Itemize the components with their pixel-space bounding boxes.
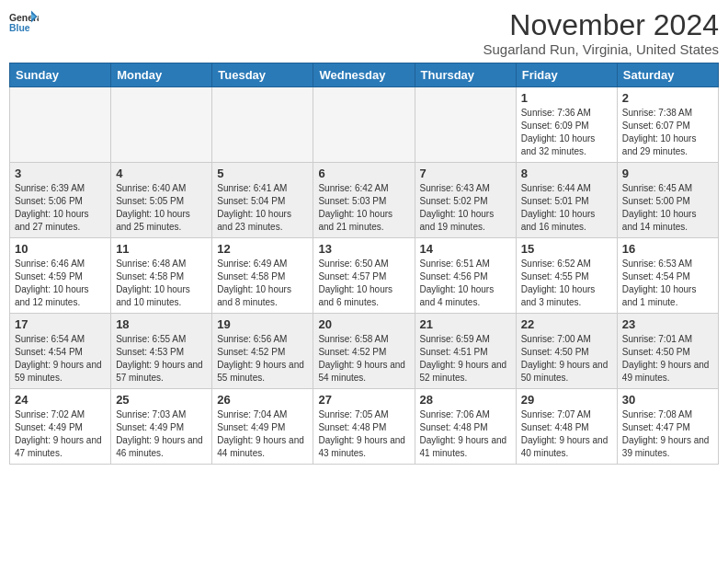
day-number: 26 xyxy=(217,393,308,407)
day-info: Sunrise: 6:48 AM Sunset: 4:58 PM Dayligh… xyxy=(116,258,207,309)
calendar-day-cell: 2Sunrise: 7:38 AM Sunset: 6:07 PM Daylig… xyxy=(617,87,718,163)
day-number: 17 xyxy=(15,317,106,331)
day-info: Sunrise: 6:40 AM Sunset: 5:05 PM Dayligh… xyxy=(116,182,207,234)
calendar-day-cell: 7Sunrise: 6:43 AM Sunset: 5:02 PM Daylig… xyxy=(415,163,516,238)
calendar-day-cell: 29Sunrise: 7:07 AM Sunset: 4:48 PM Dayli… xyxy=(516,389,617,465)
weekday-header-tuesday: Tuesday xyxy=(212,63,313,87)
day-info: Sunrise: 6:44 AM Sunset: 5:01 PM Dayligh… xyxy=(521,182,612,234)
calendar-day-cell: 4Sunrise: 6:40 AM Sunset: 5:05 PM Daylig… xyxy=(111,163,212,238)
day-number: 23 xyxy=(622,317,713,331)
weekday-header-row: SundayMondayTuesdayWednesdayThursdayFrid… xyxy=(10,63,719,87)
day-number: 29 xyxy=(521,393,612,407)
calendar-day-cell: 9Sunrise: 6:45 AM Sunset: 5:00 PM Daylig… xyxy=(617,163,718,238)
day-info: Sunrise: 6:39 AM Sunset: 5:06 PM Dayligh… xyxy=(15,182,106,234)
calendar-week-row: 17Sunrise: 6:54 AM Sunset: 4:54 PM Dayli… xyxy=(10,314,719,389)
day-info: Sunrise: 6:51 AM Sunset: 4:56 PM Dayligh… xyxy=(420,258,511,309)
day-number: 24 xyxy=(15,393,106,407)
day-info: Sunrise: 7:06 AM Sunset: 4:48 PM Dayligh… xyxy=(420,408,511,460)
day-info: Sunrise: 7:38 AM Sunset: 6:07 PM Dayligh… xyxy=(622,107,713,158)
weekday-header-monday: Monday xyxy=(111,63,212,87)
day-number: 7 xyxy=(420,167,511,180)
weekday-header-sunday: Sunday xyxy=(10,63,111,87)
calendar-day-cell: 28Sunrise: 7:06 AM Sunset: 4:48 PM Dayli… xyxy=(415,389,516,465)
day-number: 6 xyxy=(318,167,409,180)
calendar-day-cell: 5Sunrise: 6:41 AM Sunset: 5:04 PM Daylig… xyxy=(212,163,313,238)
weekday-header-saturday: Saturday xyxy=(617,63,718,87)
day-info: Sunrise: 7:08 AM Sunset: 4:47 PM Dayligh… xyxy=(622,408,713,460)
day-info: Sunrise: 7:05 AM Sunset: 4:48 PM Dayligh… xyxy=(318,408,409,460)
calendar-day-cell: 26Sunrise: 7:04 AM Sunset: 4:49 PM Dayli… xyxy=(212,389,313,465)
calendar-day-cell: 11Sunrise: 6:48 AM Sunset: 4:58 PM Dayli… xyxy=(111,238,212,314)
day-number: 19 xyxy=(217,317,308,331)
weekday-header-friday: Friday xyxy=(516,63,617,87)
calendar-day-cell xyxy=(212,87,313,163)
day-number: 12 xyxy=(217,242,308,256)
title-area: November 2024 Sugarland Run, Virginia, U… xyxy=(483,9,719,57)
day-info: Sunrise: 6:49 AM Sunset: 4:58 PM Dayligh… xyxy=(217,258,308,309)
weekday-header-thursday: Thursday xyxy=(415,63,516,87)
page-header: General Blue November 2024 Sugarland Run… xyxy=(9,9,719,57)
day-info: Sunrise: 6:59 AM Sunset: 4:51 PM Dayligh… xyxy=(420,333,511,385)
day-info: Sunrise: 6:43 AM Sunset: 5:02 PM Dayligh… xyxy=(420,182,511,234)
calendar-day-cell xyxy=(10,87,111,163)
calendar-day-cell: 15Sunrise: 6:52 AM Sunset: 4:55 PM Dayli… xyxy=(516,238,617,314)
calendar-day-cell: 18Sunrise: 6:55 AM Sunset: 4:53 PM Dayli… xyxy=(111,314,212,389)
day-info: Sunrise: 7:03 AM Sunset: 4:49 PM Dayligh… xyxy=(116,408,207,460)
day-info: Sunrise: 7:01 AM Sunset: 4:50 PM Dayligh… xyxy=(622,333,713,385)
day-number: 3 xyxy=(15,167,106,180)
day-info: Sunrise: 6:54 AM Sunset: 4:54 PM Dayligh… xyxy=(15,333,106,385)
calendar-day-cell: 14Sunrise: 6:51 AM Sunset: 4:56 PM Dayli… xyxy=(415,238,516,314)
day-info: Sunrise: 7:00 AM Sunset: 4:50 PM Dayligh… xyxy=(521,333,612,385)
day-number: 16 xyxy=(622,242,713,256)
day-number: 15 xyxy=(521,242,612,256)
calendar-day-cell: 24Sunrise: 7:02 AM Sunset: 4:49 PM Dayli… xyxy=(10,389,111,465)
calendar-week-row: 1Sunrise: 7:36 AM Sunset: 6:09 PM Daylig… xyxy=(10,87,719,163)
logo: General Blue xyxy=(9,9,39,35)
location-title: Sugarland Run, Virginia, United States xyxy=(483,41,719,57)
calendar-day-cell: 30Sunrise: 7:08 AM Sunset: 4:47 PM Dayli… xyxy=(617,389,718,465)
calendar-day-cell: 25Sunrise: 7:03 AM Sunset: 4:49 PM Dayli… xyxy=(111,389,212,465)
weekday-header-wednesday: Wednesday xyxy=(313,63,415,87)
calendar-day-cell: 13Sunrise: 6:50 AM Sunset: 4:57 PM Dayli… xyxy=(313,238,415,314)
day-info: Sunrise: 6:56 AM Sunset: 4:52 PM Dayligh… xyxy=(217,333,308,385)
day-info: Sunrise: 6:41 AM Sunset: 5:04 PM Dayligh… xyxy=(217,182,308,234)
day-number: 30 xyxy=(622,393,713,407)
day-info: Sunrise: 6:52 AM Sunset: 4:55 PM Dayligh… xyxy=(521,258,612,309)
calendar-day-cell xyxy=(111,87,212,163)
svg-text:Blue: Blue xyxy=(9,23,30,33)
calendar-day-cell: 12Sunrise: 6:49 AM Sunset: 4:58 PM Dayli… xyxy=(212,238,313,314)
day-info: Sunrise: 6:58 AM Sunset: 4:52 PM Dayligh… xyxy=(318,333,409,385)
day-info: Sunrise: 7:07 AM Sunset: 4:48 PM Dayligh… xyxy=(521,408,612,460)
day-number: 13 xyxy=(318,242,409,256)
day-number: 25 xyxy=(116,393,207,407)
calendar-week-row: 10Sunrise: 6:46 AM Sunset: 4:59 PM Dayli… xyxy=(10,238,719,314)
month-title: November 2024 xyxy=(483,9,719,41)
day-info: Sunrise: 6:46 AM Sunset: 4:59 PM Dayligh… xyxy=(15,258,106,309)
calendar-day-cell: 23Sunrise: 7:01 AM Sunset: 4:50 PM Dayli… xyxy=(617,314,718,389)
calendar-day-cell: 8Sunrise: 6:44 AM Sunset: 5:01 PM Daylig… xyxy=(516,163,617,238)
day-number: 18 xyxy=(116,317,207,331)
day-number: 5 xyxy=(217,167,308,180)
day-info: Sunrise: 6:42 AM Sunset: 5:03 PM Dayligh… xyxy=(318,182,409,234)
calendar-day-cell: 27Sunrise: 7:05 AM Sunset: 4:48 PM Dayli… xyxy=(313,389,415,465)
day-number: 4 xyxy=(116,167,207,180)
day-number: 11 xyxy=(116,242,207,256)
calendar-table: SundayMondayTuesdayWednesdayThursdayFrid… xyxy=(9,63,719,465)
day-number: 28 xyxy=(420,393,511,407)
day-number: 9 xyxy=(622,167,713,180)
day-info: Sunrise: 6:45 AM Sunset: 5:00 PM Dayligh… xyxy=(622,182,713,234)
calendar-day-cell xyxy=(313,87,415,163)
calendar-day-cell: 21Sunrise: 6:59 AM Sunset: 4:51 PM Dayli… xyxy=(415,314,516,389)
day-info: Sunrise: 6:55 AM Sunset: 4:53 PM Dayligh… xyxy=(116,333,207,385)
day-number: 10 xyxy=(15,242,106,256)
day-number: 2 xyxy=(622,91,713,105)
calendar-week-row: 3Sunrise: 6:39 AM Sunset: 5:06 PM Daylig… xyxy=(10,163,719,238)
day-number: 14 xyxy=(420,242,511,256)
calendar-day-cell: 1Sunrise: 7:36 AM Sunset: 6:09 PM Daylig… xyxy=(516,87,617,163)
calendar-day-cell: 17Sunrise: 6:54 AM Sunset: 4:54 PM Dayli… xyxy=(10,314,111,389)
day-number: 1 xyxy=(521,91,612,105)
calendar-day-cell: 22Sunrise: 7:00 AM Sunset: 4:50 PM Dayli… xyxy=(516,314,617,389)
calendar-day-cell: 16Sunrise: 6:53 AM Sunset: 4:54 PM Dayli… xyxy=(617,238,718,314)
day-info: Sunrise: 6:50 AM Sunset: 4:57 PM Dayligh… xyxy=(318,258,409,309)
day-info: Sunrise: 7:36 AM Sunset: 6:09 PM Dayligh… xyxy=(521,107,612,158)
